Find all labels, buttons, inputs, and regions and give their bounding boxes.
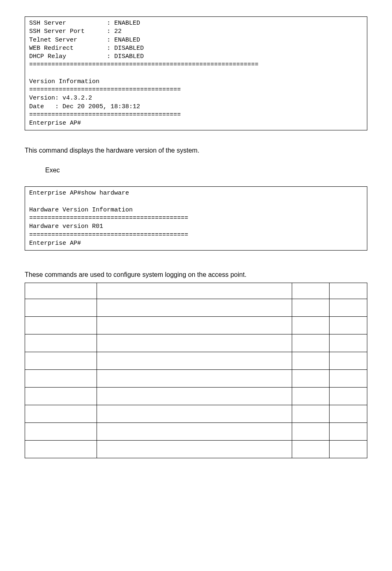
- table-header-cell: [292, 283, 330, 299]
- code-block-system-info: SSH Server : ENABLED SSH Server Port : 2…: [25, 16, 367, 130]
- table-row: [25, 334, 367, 352]
- table-row: [25, 441, 367, 458]
- table-cell: [97, 441, 292, 458]
- table-cell: [330, 423, 367, 441]
- table-row: [25, 388, 367, 405]
- table-cell: [97, 299, 292, 317]
- code-block-hardware: Enterprise AP#show hardware Hardware Ver…: [25, 186, 367, 251]
- table-cell: [330, 441, 367, 458]
- table-cell: [292, 370, 330, 388]
- table-cell: [25, 370, 97, 388]
- exec-label: Exec: [45, 167, 367, 174]
- table-cell: [292, 423, 330, 441]
- table-cell: [25, 423, 97, 441]
- table-header-row: [25, 283, 367, 299]
- table-cell: [330, 317, 367, 334]
- table-cell: [25, 441, 97, 458]
- table-cell: [292, 334, 330, 352]
- table-header-cell: [25, 283, 97, 299]
- table-cell: [292, 317, 330, 334]
- logging-description: These commands are used to configure sys…: [25, 271, 367, 279]
- table-row: [25, 299, 367, 317]
- table-cell: [97, 388, 292, 405]
- table-cell: [97, 334, 292, 352]
- table-cell: [330, 405, 367, 423]
- table-row: [25, 352, 367, 370]
- table-row: [25, 317, 367, 334]
- table-cell: [25, 388, 97, 405]
- table-cell: [292, 388, 330, 405]
- table-cell: [292, 352, 330, 370]
- hardware-description: This command displays the hardware versi…: [25, 147, 367, 154]
- table-row: [25, 370, 367, 388]
- table-cell: [330, 334, 367, 352]
- table-cell: [97, 317, 292, 334]
- table-cell: [25, 317, 97, 334]
- table-cell: [97, 423, 292, 441]
- table-cell: [330, 352, 367, 370]
- table-cell: [292, 441, 330, 458]
- table-header-cell: [330, 283, 367, 299]
- table-cell: [97, 370, 292, 388]
- table-cell: [292, 299, 330, 317]
- table-cell: [292, 405, 330, 423]
- table-cell: [25, 405, 97, 423]
- table-cell: [330, 299, 367, 317]
- table-cell: [25, 352, 97, 370]
- table-cell: [97, 405, 292, 423]
- command-table: [25, 283, 367, 458]
- table-row: [25, 405, 367, 423]
- table-row: [25, 423, 367, 441]
- table-header-cell: [97, 283, 292, 299]
- table-cell: [25, 334, 97, 352]
- table-cell: [330, 370, 367, 388]
- table-cell: [330, 388, 367, 405]
- table-cell: [97, 352, 292, 370]
- table-cell: [25, 299, 97, 317]
